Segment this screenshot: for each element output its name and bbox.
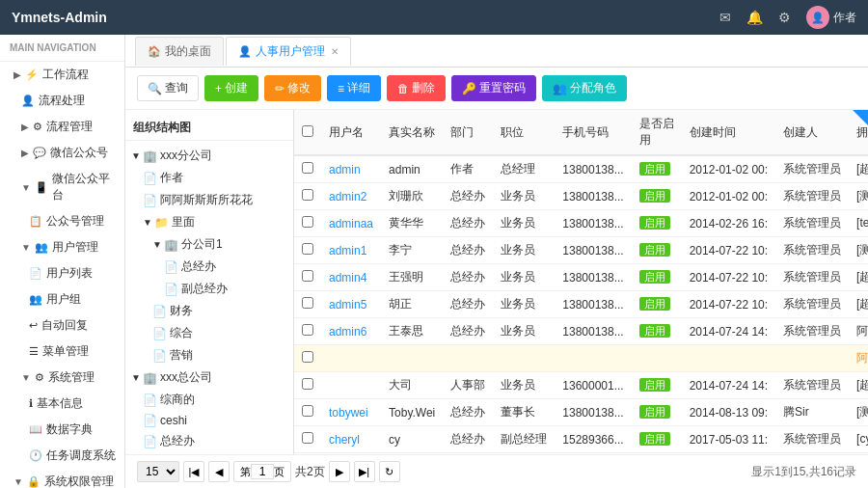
tree-node-xxx-main[interactable]: ▼ 🏢 xxx总公司 [125, 366, 293, 389]
company2-icon: 🏢 [164, 238, 178, 252]
row-mobile: 13800138... [555, 155, 631, 183]
row-enabled [632, 345, 682, 372]
username-link[interactable]: tobywei [329, 406, 368, 420]
row-check[interactable] [294, 399, 321, 426]
tab-desktop[interactable]: 🏠 我的桌面 [135, 37, 224, 66]
sidebar-item-account-mgr[interactable]: 📋 公众号管理 [0, 208, 124, 234]
tree-node-label: 综合 [170, 325, 193, 341]
row-check[interactable] [294, 318, 321, 345]
sidebar-item-flowmgr[interactable]: ▶ ⚙ 流程管理 [0, 114, 124, 140]
tree-node-zongban[interactable]: 📄 总经办 [125, 256, 293, 278]
tab-hr-user[interactable]: 👤 人事用户管理 ✕ [226, 37, 351, 66]
delete-icon: 🗑 [397, 82, 409, 95]
sidebar-item-wechat[interactable]: ▶ 💬 微信公众号 [0, 140, 124, 166]
sidebar-item-sys-mgr[interactable]: ▼ ⚙ 系统管理 [0, 365, 124, 391]
row-enabled: 启用 [632, 372, 682, 399]
tab-close-icon[interactable]: ✕ [331, 46, 339, 57]
username-link[interactable]: admin4 [329, 271, 366, 285]
search-button[interactable]: 🔍 查询 [137, 75, 199, 101]
prev-page-btn[interactable]: ◀ [208, 461, 230, 482]
row-realname: 胡正 [381, 291, 443, 318]
page-size-select[interactable]: 15 20 50 [137, 461, 179, 482]
username-link[interactable]: admin [329, 163, 361, 176]
page-input[interactable] [251, 464, 274, 479]
select-all-checkbox[interactable] [302, 125, 313, 137]
tree-node-ceshi[interactable]: 📄 ceshi [125, 411, 293, 430]
sidebar-item-basic-info[interactable]: ℹ 基本信息 [0, 391, 124, 417]
row-position: 副总经理 [493, 426, 555, 453]
sidebar-item-task[interactable]: 🕐 任务调度系统 [0, 443, 124, 469]
row-check[interactable] [294, 237, 321, 264]
row-creator: 作者 [775, 453, 849, 455]
sidebar-item-user-mgr[interactable]: ▼ 👥 用户管理 [0, 234, 124, 260]
tree-node-label: 阿阿斯斯斯所花花 [160, 192, 253, 208]
row-check[interactable] [294, 183, 321, 210]
create-button[interactable]: + 创建 [204, 75, 258, 101]
username-link[interactable]: admin1 [329, 244, 366, 258]
tree-node-fuzong[interactable]: 📄 副总经办 [125, 278, 293, 300]
delete-btn-label: 删除 [412, 80, 435, 96]
username-link[interactable]: admin6 [329, 325, 366, 339]
sidebar-item-workflow[interactable]: ▶ ⚡ 工作流程 [0, 62, 124, 88]
username-link[interactable]: adminaa [329, 217, 373, 230]
bell-icon[interactable]: 🔔 [746, 10, 763, 25]
sidebar-item-dict[interactable]: 📖 数据字典 [0, 417, 124, 443]
sidebar-item-autoreply[interactable]: ↩ 自动回复 [0, 312, 124, 339]
row-check[interactable] [294, 210, 321, 237]
refresh-btn[interactable]: ↻ [379, 461, 400, 482]
row-check[interactable] [294, 264, 321, 291]
next-page-btn[interactable]: ▶ [329, 461, 350, 482]
edit-button[interactable]: ✏ 修改 [264, 75, 321, 101]
assign-role-button[interactable]: 👥 分配角色 [542, 75, 627, 101]
doc2-icon: 📄 [143, 194, 157, 207]
row-realname: 刘珊欣 [381, 183, 443, 210]
node-arrow: ▼ [131, 150, 141, 161]
row-roles: 阿的 [849, 345, 868, 372]
tree-node-caiwu[interactable]: 📄 财务 [125, 300, 293, 322]
sidebar-item-menu-mgr[interactable]: ☰ 菜单管理 [0, 339, 124, 365]
delete-button[interactable]: 🗑 删除 [387, 75, 446, 101]
username-link[interactable]: admin5 [329, 298, 366, 312]
tree-node-zonghe[interactable]: 📄 综合 [125, 322, 293, 344]
tree-node-yingxiao[interactable]: 📄 营销 [125, 344, 293, 366]
wechat-label: 微信公众号 [50, 145, 108, 161]
sidebar-item-perm-mgr[interactable]: ▼ 🔒 系统权限管理 [0, 469, 124, 488]
toolbar: 🔍 查询 + 创建 ✏ 修改 ≡ 详细 🗑 删除 🔑 重置密码 [125, 68, 868, 110]
user-menu[interactable]: 👤 作者 [806, 6, 856, 29]
doc6-icon: 📄 [152, 327, 167, 340]
first-page-btn[interactable]: |◀ [183, 461, 204, 482]
tree-node-aaaa[interactable]: 📄 阿阿斯斯斯所花花 [125, 189, 293, 211]
row-creator: 系统管理员 [775, 426, 849, 453]
reset-pwd-button[interactable]: 🔑 重置密码 [451, 75, 536, 101]
sidebar-item-user-group[interactable]: 👥 用户组 [0, 286, 124, 312]
row-check[interactable] [294, 426, 321, 453]
sidebar-item-wechat-platform[interactable]: ▼ 📱 微信公众平台 [0, 166, 124, 208]
row-check[interactable] [294, 372, 321, 399]
row-dept: 总经办 [443, 183, 493, 210]
tree-node-xxx-sub[interactable]: ▼ 🏢 xxx分公司 [125, 145, 293, 167]
detail-button[interactable]: ≡ 详细 [327, 75, 381, 101]
row-check[interactable] [294, 155, 321, 183]
tree-node-branch1[interactable]: ▼ 🏢 分公司1 [125, 233, 293, 256]
sidebar-item-user-list[interactable]: 📄 用户列表 [0, 260, 124, 286]
tree-node-limian[interactable]: ▼ 📁 里面 [125, 211, 293, 233]
tree-node-author[interactable]: 📄 作者 [125, 167, 293, 189]
pagination: 15 20 50 |◀ ◀ 第 页 共2页 ▶ ▶| ↻ 显示1到15,共16记… [125, 454, 868, 488]
tree-node-zongban2[interactable]: 📄 总经办 [125, 430, 293, 452]
row-check[interactable] [294, 345, 321, 372]
user-mgr-label: 用户管理 [52, 239, 98, 256]
row-check[interactable] [294, 453, 321, 455]
topbar-icons: ✉ 🔔 ⚙ 👤 作者 [719, 6, 856, 29]
tree-node-zongshang[interactable]: 📄 综商的 [125, 389, 293, 411]
row-dept: 总经办 [443, 426, 493, 453]
username-link[interactable]: admin2 [329, 190, 366, 203]
share-icon[interactable]: ⚙ [778, 10, 791, 25]
row-check[interactable] [294, 291, 321, 318]
last-page-btn[interactable]: ▶| [354, 461, 375, 482]
current-page-input[interactable]: 第 页 [233, 461, 291, 482]
sidebar-item-process[interactable]: 👤 流程处理 [0, 88, 124, 114]
basic-info-label: 基本信息 [37, 395, 83, 412]
mail-icon[interactable]: ✉ [719, 10, 731, 25]
username-link[interactable]: cheryl [329, 433, 360, 447]
company-icon: 🏢 [143, 149, 157, 163]
